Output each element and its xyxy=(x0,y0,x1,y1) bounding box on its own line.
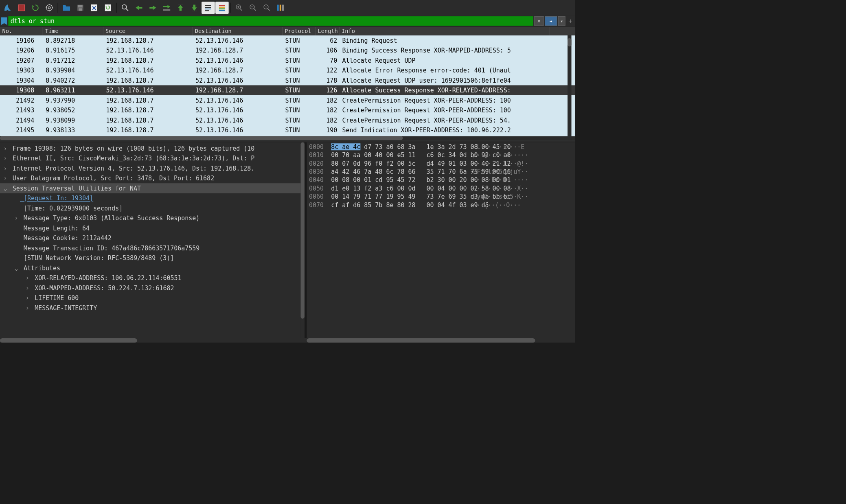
resize-columns-button[interactable] xyxy=(274,2,287,14)
expand-icon[interactable]: ⌄ xyxy=(2,185,9,192)
expand-icon[interactable] xyxy=(13,205,20,212)
packet-row[interactable]: 193038.93990452.13.176.146192.168.128.7S… xyxy=(0,65,575,75)
column-header[interactable]: No. xyxy=(0,27,43,35)
zoom-reset-button[interactable]: 1 xyxy=(260,2,274,14)
expand-icon[interactable]: › xyxy=(24,294,31,301)
hex-row[interactable]: 002080 07 0d 96 f0 f2 00 5c d4 49 01 03 … xyxy=(309,160,573,168)
hex-bytes[interactable]: 00 14 79 71 77 19 95 49 73 7e 69 35 d3 4… xyxy=(331,193,464,202)
go-forward-button[interactable] xyxy=(146,2,160,14)
tree-item[interactable]: › MESSAGE-INTEGRITY xyxy=(0,303,305,313)
tree-item[interactable]: › LIFETIME 600 xyxy=(0,293,305,302)
column-header[interactable]: Length xyxy=(316,27,339,35)
hex-row[interactable]: 00008c ae 4c d7 73 a0 68 3a 1e 3a 2d 73 … xyxy=(309,143,573,151)
column-header[interactable]: Protocol xyxy=(283,27,316,35)
horizontal-scrollbar[interactable] xyxy=(0,136,575,140)
zoom-in-button[interactable] xyxy=(232,2,246,14)
tree-item[interactable]: › Internet Protocol Version 4, Src: 52.1… xyxy=(0,163,305,173)
expand-icon[interactable]: › xyxy=(2,175,9,182)
tree-item[interactable]: Message Length: 64 xyxy=(0,223,305,233)
tree-link[interactable]: [Request In: 19304] xyxy=(20,195,93,202)
expand-icon[interactable] xyxy=(13,195,20,202)
display-filter-input[interactable] xyxy=(8,16,533,26)
tree-item[interactable]: [STUN Network Version: RFC-5389/8489 (3)… xyxy=(0,253,305,263)
go-first-button[interactable] xyxy=(174,2,187,14)
hex-row[interactable]: 001000 70 aa 00 40 00 e5 11 c6 0c 34 0d … xyxy=(309,152,573,160)
packet-row[interactable]: 214959.938133192.168.128.752.13.176.146S… xyxy=(0,125,575,135)
filter-dropdown-button[interactable]: ▾ xyxy=(558,16,565,26)
bookmark-icon[interactable] xyxy=(1,17,7,25)
colorize-button[interactable] xyxy=(215,2,229,14)
tree-item[interactable]: [Request In: 19304] xyxy=(0,193,305,203)
packet-details-pane[interactable]: › Frame 19308: 126 bytes on wire (1008 b… xyxy=(0,142,305,338)
packet-row[interactable]: 193088.96321152.13.176.146192.168.128.7S… xyxy=(0,85,575,95)
capture-options-button[interactable] xyxy=(43,2,56,14)
packet-bytes-pane[interactable]: 00008c ae 4c d7 73 a0 68 3a 1e 3a 2d 73 … xyxy=(307,142,575,338)
tree-item[interactable]: › XOR-MAPPED-ADDRESS: 50.224.7.132:61682 xyxy=(0,283,305,293)
column-header[interactable]: Time xyxy=(43,27,103,35)
hex-bytes[interactable]: 8c ae 4c d7 73 a0 68 3a 1e 3a 2d 73 08 0… xyxy=(331,143,464,151)
expand-icon[interactable] xyxy=(13,254,20,261)
shark-fin-icon[interactable] xyxy=(1,2,15,14)
expand-icon[interactable]: › xyxy=(24,285,31,291)
reload-file-button[interactable] xyxy=(101,2,115,14)
expand-icon[interactable]: › xyxy=(24,274,31,281)
expand-icon[interactable]: ⌄ xyxy=(13,265,20,272)
packet-row[interactable]: 214939.938052192.168.128.752.13.176.146S… xyxy=(0,105,575,115)
tree-item[interactable]: › Frame 19308: 126 bytes on wire (1008 b… xyxy=(0,143,305,153)
tree-item[interactable]: › Message Type: 0x0103 (Allocate Success… xyxy=(0,213,305,223)
hex-bytes[interactable]: d1 e0 13 f2 a3 c6 00 0d 00 04 00 00 02 5… xyxy=(331,185,464,193)
expand-icon[interactable]: › xyxy=(2,145,9,152)
column-header[interactable]: Info xyxy=(340,27,550,35)
add-tab-button[interactable]: + xyxy=(566,18,574,24)
expand-icon[interactable]: › xyxy=(2,155,9,162)
packet-row[interactable]: 193048.940272192.168.128.752.13.176.146S… xyxy=(0,75,575,85)
tree-item[interactable]: Message Transaction ID: 467a486c78663571… xyxy=(0,243,305,253)
hex-bytes[interactable]: a4 42 46 7a 48 6c 78 66 35 71 70 6a 75 5… xyxy=(331,168,464,176)
column-header[interactable]: Source xyxy=(103,27,193,35)
tree-item[interactable]: › Ethernet II, Src: CiscoMeraki_3a:2d:73… xyxy=(0,153,305,163)
zoom-out-button[interactable] xyxy=(246,2,260,14)
open-file-button[interactable] xyxy=(60,2,73,14)
stop-capture-button[interactable] xyxy=(15,2,28,14)
go-back-button[interactable] xyxy=(132,2,146,14)
expand-icon[interactable] xyxy=(13,245,20,252)
vertical-scrollbar[interactable] xyxy=(568,35,572,140)
clear-filter-button[interactable]: ✕ xyxy=(534,16,544,26)
hex-row[interactable]: 0030a4 42 46 7a 48 6c 78 66 35 71 70 6a … xyxy=(309,168,573,176)
auto-scroll-button[interactable] xyxy=(202,2,215,14)
packet-row[interactable]: 192078.917212192.168.128.752.13.176.146S… xyxy=(0,55,575,65)
hex-bytes[interactable]: 00 70 aa 00 40 00 e5 11 c6 0c 34 0d b0 9… xyxy=(331,152,464,160)
restart-capture-button[interactable] xyxy=(29,2,42,14)
hex-bytes[interactable]: 80 07 0d 96 f0 f2 00 5c d4 49 01 03 00 4… xyxy=(331,160,464,168)
expand-icon[interactable] xyxy=(13,225,20,232)
tree-item[interactable]: Message Cookie: 2112a442 xyxy=(0,233,305,243)
vertical-scrollbar[interactable] xyxy=(300,142,305,338)
expand-icon[interactable]: › xyxy=(2,165,9,172)
expand-icon[interactable]: › xyxy=(24,305,31,311)
close-file-button[interactable] xyxy=(88,2,101,14)
find-packet-button[interactable] xyxy=(118,2,132,14)
go-last-button[interactable] xyxy=(188,2,201,14)
hex-row[interactable]: 006000 14 79 71 77 19 95 49 73 7e 69 35 … xyxy=(309,193,573,202)
packet-row[interactable]: 214949.938099192.168.128.752.13.176.146S… xyxy=(0,115,575,125)
expand-icon[interactable] xyxy=(13,234,20,241)
packet-row[interactable]: 214929.937990192.168.128.752.13.176.146S… xyxy=(0,95,575,105)
tree-item[interactable]: ⌄ Attributes xyxy=(0,263,305,273)
hex-bytes[interactable]: 00 08 00 01 cd 95 45 72 b2 30 00 20 00 0… xyxy=(331,177,464,185)
packet-list-pane[interactable]: 191068.892718192.168.128.752.13.176.146S… xyxy=(0,35,575,140)
packet-row[interactable]: 191068.892718192.168.128.752.13.176.146S… xyxy=(0,35,575,45)
hex-bytes[interactable]: cf af d6 85 7b 8e 80 28 00 04 4f 03 e9 d… xyxy=(331,202,464,210)
go-to-packet-button[interactable] xyxy=(160,2,173,14)
packet-row[interactable]: 192068.91617552.13.176.146192.168.128.7S… xyxy=(0,46,575,55)
hex-row[interactable]: 0070cf af d6 85 7b 8e 80 28 00 04 4f 03 … xyxy=(309,202,573,210)
apply-filter-button[interactable]: ➔ xyxy=(545,16,557,26)
column-header[interactable]: Destination xyxy=(193,27,282,35)
tree-item[interactable]: ⌄ Session Traversal Utilities for NAT xyxy=(0,183,305,193)
tree-item[interactable]: [Time: 0.022939000 seconds] xyxy=(0,203,305,213)
expand-icon[interactable]: › xyxy=(13,215,20,221)
hex-row[interactable]: 004000 08 00 01 cd 95 45 72 b2 30 00 20 … xyxy=(309,177,573,185)
tree-item[interactable]: › XOR-RELAYED-ADDRESS: 100.96.22.114:605… xyxy=(0,273,305,283)
save-file-button[interactable] xyxy=(74,2,87,14)
tree-item[interactable]: › User Datagram Protocol, Src Port: 3478… xyxy=(0,173,305,183)
hex-row[interactable]: 0050d1 e0 13 f2 a3 c6 00 0d 00 04 00 00 … xyxy=(309,185,573,193)
